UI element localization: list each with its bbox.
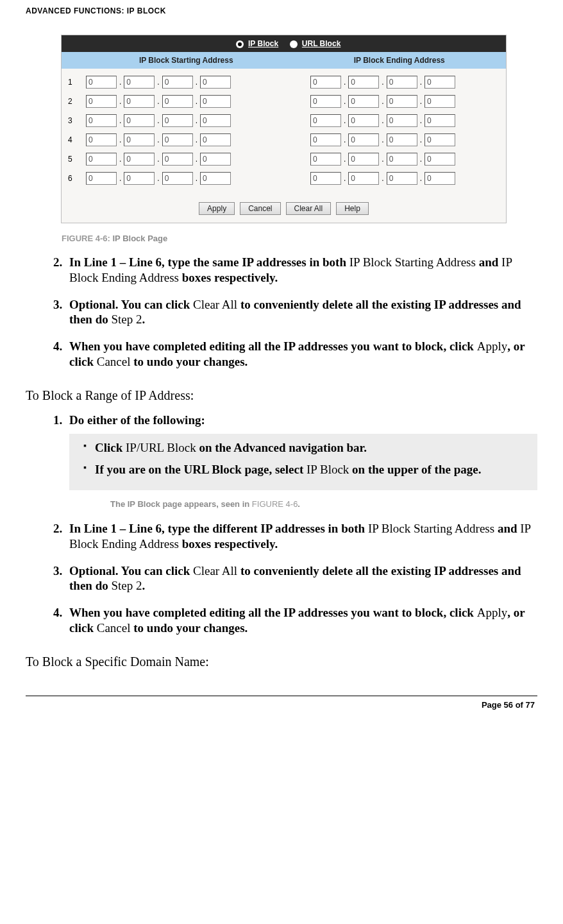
ip-octet[interactable] xyxy=(387,114,417,127)
ip-octet[interactable] xyxy=(200,76,231,89)
dot-separator: . xyxy=(380,97,385,106)
clearall-button[interactable]: Clear All xyxy=(286,202,332,215)
end-address: ... xyxy=(310,95,455,108)
row-index: 6 xyxy=(65,174,82,183)
ip-octet[interactable] xyxy=(348,172,379,185)
ip-octet[interactable] xyxy=(348,153,379,166)
ip-octet[interactable] xyxy=(162,114,193,127)
sub-option-2: If you are on the URL Block page, select… xyxy=(83,462,528,477)
ip-octet[interactable] xyxy=(200,114,231,127)
ip-octet[interactable] xyxy=(387,133,417,146)
ip-octet[interactable] xyxy=(424,153,455,166)
dot-separator: . xyxy=(156,78,160,87)
ip-octet[interactable] xyxy=(162,153,193,166)
dot-separator: . xyxy=(419,174,423,183)
ip-octet[interactable] xyxy=(124,153,155,166)
ip-octet[interactable] xyxy=(348,133,379,146)
dot-separator: . xyxy=(156,155,160,164)
ip-octet[interactable] xyxy=(124,114,155,127)
footer-rule xyxy=(26,696,537,696)
steps-range-ip: Do either of the following: Click IP/URL… xyxy=(40,413,537,636)
ip-octet[interactable] xyxy=(200,153,231,166)
ip-octet[interactable] xyxy=(424,133,455,146)
ip-octet[interactable] xyxy=(387,95,417,108)
ip-octet[interactable] xyxy=(310,172,341,185)
start-address: ... xyxy=(86,114,285,127)
ip-octet[interactable] xyxy=(348,76,379,89)
ip-octet[interactable] xyxy=(200,95,231,108)
ip-octet[interactable] xyxy=(124,172,155,185)
ip-octet[interactable] xyxy=(310,133,341,146)
ip-octet[interactable] xyxy=(200,172,231,185)
dot-separator: . xyxy=(419,78,423,87)
heading-range: To Block a Range of IP Address: xyxy=(26,388,537,404)
end-address: ... xyxy=(310,76,455,89)
start-address: ... xyxy=(86,95,285,108)
radio-url-block[interactable] xyxy=(290,40,298,48)
ip-octet[interactable] xyxy=(86,133,117,146)
start-address: ... xyxy=(86,133,285,146)
ip-octet[interactable] xyxy=(162,133,193,146)
radio-ip-block[interactable] xyxy=(236,40,244,48)
ip-octet[interactable] xyxy=(387,76,417,89)
end-address: ... xyxy=(310,172,455,185)
step-3: Optional. You can click Clear All to con… xyxy=(65,297,537,328)
dot-separator: . xyxy=(156,135,160,144)
dot-separator: . xyxy=(419,155,423,164)
dot-separator: . xyxy=(156,97,160,106)
ip-octet[interactable] xyxy=(424,114,455,127)
dot-separator: . xyxy=(118,116,122,125)
mode-radio-bar: IP Block URL Block xyxy=(62,35,506,52)
dot-separator: . xyxy=(118,97,122,106)
dot-separator: . xyxy=(342,78,347,87)
ip-rows: 1......2......3......4......5......6....… xyxy=(62,69,506,197)
dot-separator: . xyxy=(380,78,385,87)
apply-button[interactable]: Apply xyxy=(199,202,235,215)
ip-octet[interactable] xyxy=(387,172,417,185)
cancel-button[interactable]: Cancel xyxy=(240,202,280,215)
ip-octet[interactable] xyxy=(86,95,117,108)
start-address: ... xyxy=(86,153,285,166)
ip-octet[interactable] xyxy=(124,133,155,146)
ip-octet[interactable] xyxy=(310,95,341,108)
dot-separator: . xyxy=(118,174,122,183)
ip-octet[interactable] xyxy=(162,95,193,108)
col-start-header: IP Block Starting Address xyxy=(80,52,293,69)
ip-octet[interactable] xyxy=(86,172,117,185)
ip-octet[interactable] xyxy=(86,153,117,166)
step-b2: In Line 1 – Line 6, type the different I… xyxy=(65,521,537,552)
dot-separator: . xyxy=(194,116,199,125)
dot-separator: . xyxy=(342,135,347,144)
ip-octet[interactable] xyxy=(86,76,117,89)
ip-octet[interactable] xyxy=(124,76,155,89)
radio-url-block-label[interactable]: URL Block xyxy=(302,39,340,48)
ip-octet[interactable] xyxy=(348,114,379,127)
ip-row: 5...... xyxy=(65,150,502,169)
dot-separator: . xyxy=(194,135,199,144)
ip-octet[interactable] xyxy=(162,172,193,185)
ip-octet[interactable] xyxy=(310,76,341,89)
ip-octet[interactable] xyxy=(124,95,155,108)
dot-separator: . xyxy=(419,135,423,144)
dot-separator: . xyxy=(380,116,385,125)
dot-separator: . xyxy=(380,174,385,183)
ip-octet[interactable] xyxy=(200,133,231,146)
ip-octet[interactable] xyxy=(424,172,455,185)
help-button[interactable]: Help xyxy=(336,202,369,215)
dot-separator: . xyxy=(118,135,122,144)
col-end-header: IP Block Ending Address xyxy=(293,52,507,69)
step-b3: Optional. You can click Clear All to con… xyxy=(65,563,537,594)
ip-octet[interactable] xyxy=(310,114,341,127)
ip-octet[interactable] xyxy=(310,153,341,166)
steps-single-ip: In Line 1 – Line 6, type the same IP add… xyxy=(40,255,537,370)
dot-separator: . xyxy=(118,78,122,87)
ip-octet[interactable] xyxy=(424,76,455,89)
ip-octet[interactable] xyxy=(86,114,117,127)
ip-block-panel: IP Block URL Block IP Block Starting Add… xyxy=(61,35,507,223)
ip-octet[interactable] xyxy=(162,76,193,89)
ip-octet[interactable] xyxy=(424,95,455,108)
radio-ip-block-label[interactable]: IP Block xyxy=(248,39,278,48)
ip-octet[interactable] xyxy=(387,153,417,166)
ip-octet[interactable] xyxy=(348,95,379,108)
start-address: ... xyxy=(86,76,285,89)
